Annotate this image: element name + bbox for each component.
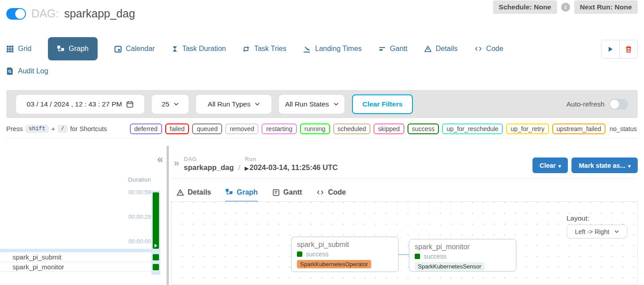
chevron-down-icon [334,102,339,106]
legend-state-badge[interactable]: running [300,123,330,134]
schedule-badge: Schedule: None [493,0,557,14]
toggle-knob [15,9,25,19]
chevron-down-icon [255,102,260,106]
legend-state-badge[interactable]: up_for_reschedule [442,123,503,134]
gantt-doc-icon [272,189,280,196]
trash-icon [625,46,632,53]
task-edge [399,254,409,255]
dag-nav-row-2: Audit Log [0,62,644,80]
legend-state-badge[interactable]: deferred [130,123,162,134]
run-tab-code[interactable]: Code [316,183,346,202]
content-split: « Duration 00:00:59 00:00:29 00:00:00 sp… [0,146,644,285]
chevron-down-icon [174,102,179,106]
tab-grid[interactable]: Grid [6,45,31,53]
chevron-down-icon [614,230,619,233]
duration-tick: 00:00:59 [128,189,151,196]
task-rows: spark_pi_submit spark_pi_monitor [0,252,160,272]
task-id: spark_pi_monitor [13,263,64,271]
legend-state-badge[interactable]: queued [192,123,222,134]
warning-triangle-icon [176,189,184,196]
dag-pause-toggle[interactable] [6,8,26,20]
breadcrumb-dag[interactable]: DAG sparkapp_dag [184,156,234,172]
trigger-dag-button[interactable] [601,40,619,58]
status-square [297,251,302,257]
caret-down-icon: ▾ [628,163,631,169]
clear-run-button[interactable]: Clear▾ [532,157,568,173]
manual-run-icon: ▶ [245,166,249,171]
tab-task-tries[interactable]: Task Tries [242,45,286,53]
collapse-panel-icon[interactable]: « [157,154,163,165]
tab-code[interactable]: Code [474,45,503,53]
delete-dag-button[interactable] [619,40,637,58]
graph-canvas[interactable]: Layout: Left -> Right spark_pi_submit su… [171,201,638,285]
legend-state-badge[interactable]: success [408,123,439,134]
gantt-icon [378,45,386,53]
duration-tick: 00:00:29 [128,213,151,220]
task-instance-square[interactable] [153,264,159,270]
clear-filters-button[interactable]: Clear Filters [352,94,413,114]
legend-state-badge[interactable]: upstream_failed [552,123,606,134]
legend-state-badge[interactable]: removed [225,123,258,134]
audit-log-icon [6,67,14,75]
graph-icon [225,188,233,196]
tab-graph[interactable]: Graph [48,37,97,60]
run-tab-gantt[interactable]: Gantt [272,183,302,202]
graph-node-spark-pi-submit[interactable]: spark_pi_submit success SparkKubernetesO… [291,237,399,272]
caret-down-icon: ▾ [558,163,561,169]
legend-state-badge[interactable]: failed [165,123,189,134]
status-label: success [424,253,447,260]
operator-badge: SparkKubernetesOperator [297,260,371,268]
legend-row: Press shift + / for Shortcuts deferred f… [6,123,638,139]
legend-state-badge[interactable]: up_for_retry [506,123,549,134]
tab-audit-log[interactable]: Audit Log [6,67,48,75]
info-icon[interactable]: i [561,3,570,12]
tab-calendar[interactable]: Calendar [114,45,155,53]
breadcrumb-separator: / [238,164,240,172]
shift-key: shift [26,125,49,133]
legend-state-badge[interactable]: restarting [262,123,296,134]
legend-no-status: no_status [609,124,638,133]
run-tabs: Details Graph Gantt Code [171,183,638,202]
dag-run-duration-bar[interactable] [153,192,159,249]
calendar-input-icon [126,101,133,108]
tab-details[interactable]: Details [424,45,458,53]
page-header: DAG: sparkapp_dag Schedule: None i Next … [0,0,644,30]
tab-gantt[interactable]: Gantt [378,45,408,53]
task-row[interactable]: spark_pi_monitor [0,262,160,272]
graph-node-spark-pi-monitor[interactable]: spark_pi_monitor success SparkKubernetes… [409,239,516,272]
status-square [415,254,420,259]
state-legend: deferred failed queued removed restartin… [130,123,638,134]
legend-state-badge[interactable]: skipped [374,123,404,134]
mark-state-button[interactable]: Mark state as...▾ [571,157,638,173]
code-icon [316,189,324,196]
tab-task-duration[interactable]: Task Duration [172,45,226,53]
plane-landing-icon [303,45,311,53]
node-task-id: spark_pi_submit [297,241,393,249]
grid-icon [6,45,14,53]
filter-bar: 03 / 14 / 2024 , 12 : 43 : 27 PM 25 All … [6,90,638,118]
play-icon [607,46,614,53]
run-states-select[interactable]: All Run States [279,95,344,114]
run-tab-details[interactable]: Details [176,183,211,202]
legend-state-badge[interactable]: scheduled [333,123,371,134]
selected-run-strip [0,249,160,252]
task-row[interactable]: spark_pi_submit [0,252,160,262]
next-run-badge: Next Run: None [574,0,638,14]
page-size-select[interactable]: 25 [152,95,189,114]
duration-tick: 00:00:00 [128,238,151,245]
task-instance-square[interactable] [153,254,159,260]
breadcrumb-run[interactable]: Run ▶2024-03-14, 11:25:46 UTC [245,156,338,172]
expand-panel-icon[interactable]: » [174,158,179,168]
dag-title: DAG: sparkapp_dag [6,7,135,20]
dag-nav: Grid Graph Calendar Task Duration Task T… [0,37,644,80]
divider [171,179,638,179]
layout-control: Layout: Left -> Right [567,214,627,238]
layout-select[interactable]: Left -> Right [567,225,627,238]
tab-landing-times[interactable]: Landing Times [303,45,361,53]
run-types-select[interactable]: All Run Types [196,95,271,114]
auto-refresh-toggle[interactable] [609,99,628,110]
auto-refresh-control: Auto-refresh [567,99,628,110]
base-date-input[interactable]: 03 / 14 / 2024 , 12 : 43 : 27 PM [16,95,144,114]
run-tab-graph[interactable]: Graph [225,183,258,202]
code-icon [474,45,482,52]
